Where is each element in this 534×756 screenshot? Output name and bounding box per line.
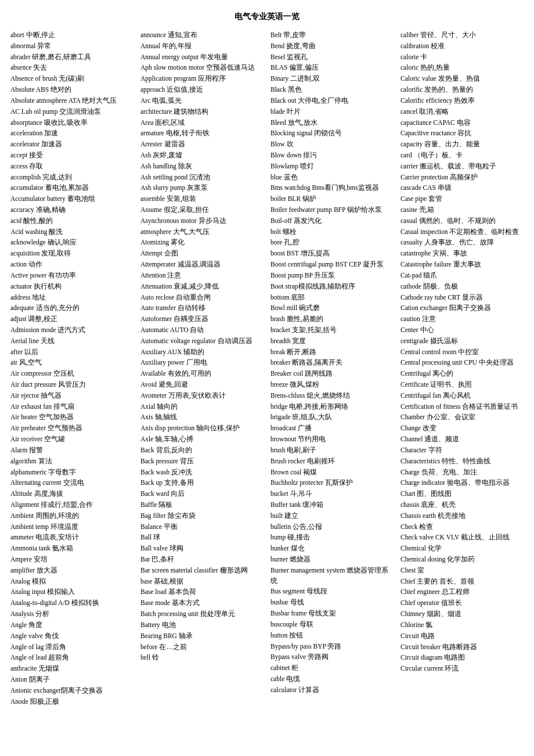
list-item: Active power 有功功率 <box>10 271 134 281</box>
list-item: Bar screen material classifier 栅形选网 <box>140 566 264 576</box>
list-item: Chemical 化学 <box>400 543 524 554</box>
list-item: Available 有效的,可用的 <box>140 369 264 379</box>
list-item: Character 字符 <box>400 445 524 456</box>
list-item: Breaker coil 跳闸线路 <box>270 369 394 379</box>
list-item: Charge indicator 验电器、带电指示器 <box>400 478 524 488</box>
list-item: bolt 螺栓 <box>270 227 394 237</box>
list-item: Chlorine 氯 <box>400 620 524 631</box>
list-item: casine 壳,箱 <box>400 205 524 215</box>
list-item: Assume 假定,采取,担任 <box>140 205 264 215</box>
list-item: Bus segment 母线段 <box>270 586 394 597</box>
list-item: Brens-chluss 熄火,燃烧终结 <box>270 391 394 401</box>
list-item: breeze 微风,煤粉 <box>270 380 394 390</box>
list-item: ammeter 电流表,安培计 <box>10 532 134 543</box>
list-item: absorptance 吸收比,吸收率 <box>10 118 134 128</box>
list-item: Angle 角度 <box>10 620 134 631</box>
list-item: Central control room 中控室 <box>400 347 524 358</box>
list-item: Battery 电池 <box>140 620 264 631</box>
list-item: Ampere 安培 <box>10 555 134 565</box>
list-item: bell 铃 <box>140 653 264 663</box>
list-item: buscouple 母联 <box>270 620 394 630</box>
list-item: Axis disp protection 轴向位移,保护 <box>140 423 264 434</box>
list-item: cabinet 柜 <box>270 663 394 674</box>
list-item: busbar 母线 <box>270 597 394 608</box>
list-item: Angle of lag 滞后角 <box>10 642 134 653</box>
list-item: Circuit breaker 电路断路器 <box>400 642 524 653</box>
list-item: Certificate 证明书、执照 <box>400 380 524 390</box>
list-item: Bowl mill 碗式磨 <box>270 303 394 314</box>
list-item: breaker 断路器,隔离开关 <box>270 358 394 368</box>
list-item: Annual 年的,年报 <box>140 41 264 52</box>
list-item: Cation exchanger 阳离子交换器 <box>400 303 524 314</box>
list-item: Alarm 报警 <box>10 445 134 456</box>
list-item: Characteristics 特性、特性曲线 <box>400 456 524 467</box>
list-item: Accumulator battery 蓄电池组 <box>10 194 134 204</box>
list-item: brash 脆性,易脆的 <box>270 314 394 325</box>
list-item: Anode 阳极,正极 <box>10 697 134 707</box>
list-item: Center 中心 <box>400 325 524 336</box>
list-item: Axis 轴,轴线 <box>140 412 264 423</box>
list-item: Aerial line 天线 <box>10 336 134 347</box>
list-item: Besel 监视孔 <box>270 52 394 63</box>
list-item: casual 偶然的、临时、不规则的 <box>400 216 524 226</box>
list-item: accelerator 加速器 <box>10 139 134 150</box>
list-item: Base load 基本负荷 <box>140 587 264 597</box>
list-item: blue 蓝色 <box>270 172 394 183</box>
list-item: Automatic voltage regulator 自动调压器 <box>140 336 264 347</box>
list-item: Certification of fitness 合格证书质量证书 <box>400 402 524 412</box>
list-item: Bar 巴,条杆 <box>140 555 264 565</box>
list-item: Anion 阴离子 <box>10 675 134 685</box>
list-item: Boost centrifugal pump BST CEP 凝升泵 <box>270 260 394 270</box>
list-item: air 风,空气 <box>10 358 134 368</box>
list-item: capacitance CAPAC 电容 <box>400 118 524 128</box>
list-item: Arc 电弧,弧光 <box>140 96 264 106</box>
list-item: Calorific efficiency 热效率 <box>400 96 524 106</box>
page-title: 电气专业英语一览 <box>10 12 524 22</box>
list-item: Change 改变 <box>400 423 524 434</box>
list-item: bump 碰,撞击 <box>270 532 394 543</box>
list-item: Carrier protection 高频保护 <box>400 172 524 183</box>
list-item: Casual inspection 不定期检查、临时检查 <box>400 227 524 237</box>
list-item: before 在…之前 <box>140 642 264 653</box>
list-item: Attempt 企图 <box>140 249 264 259</box>
list-item: Absolute ABS 绝对的 <box>10 85 134 95</box>
list-item: Check 检查 <box>400 522 524 532</box>
list-item: calibration 校准 <box>400 41 524 52</box>
list-item: caliber 管径、尺寸、大小 <box>400 30 524 41</box>
list-item: anthracite 无烟煤 <box>10 664 134 674</box>
list-item: Central processing unit CPU 中央处理器 <box>400 358 524 368</box>
list-item: carrier 搬运机、载波、带电粒子 <box>400 161 524 172</box>
list-item: bucket 斗,吊斗 <box>270 489 394 499</box>
list-item: Auto reclose 自动重合闸 <box>140 293 264 303</box>
list-item: Back 背后,反向的 <box>140 445 264 456</box>
list-item: Alignment 排成行,结盟,合作 <box>10 500 134 510</box>
list-item: centigrade 摄氏温标 <box>400 336 524 347</box>
list-item: Bag filter 除尘布袋 <box>140 511 264 521</box>
list-item: Cathode ray tube CRT 显示器 <box>400 293 524 303</box>
list-item: Capacitive reactance 容抗 <box>400 128 524 139</box>
list-item: Ball 球 <box>140 532 264 543</box>
list-item: calorific 发热的、热量的 <box>400 85 524 95</box>
list-item: architecture 建筑物结构 <box>140 107 264 117</box>
list-item: Circular current 环流 <box>400 664 524 674</box>
list-item: acknowledge 确认,响应 <box>10 237 134 248</box>
list-item: Automatic AUTO 自动 <box>140 325 264 336</box>
list-item: Chassis earth 机壳接地 <box>400 511 524 521</box>
list-item: burner 燃烧器 <box>270 555 394 565</box>
content-columns: abort 中断,停止abnormal 异常abrader 研磨,磨石,研磨工具… <box>10 30 524 707</box>
list-item: brush 电刷,刷子 <box>270 445 394 456</box>
list-item: Chief operator 值班长 <box>400 598 524 609</box>
list-item: Axle 轴,车轴,心搏 <box>140 434 264 445</box>
list-item: Air duct pressure 风管压力 <box>10 380 134 390</box>
list-item: Charge 负荷、充电、加注 <box>400 467 524 478</box>
list-item: boost BST 增压,提高 <box>270 249 394 259</box>
list-item: Autoformer 自耦变压器 <box>140 314 264 325</box>
list-item: Blocking signal 闭锁信号 <box>270 128 394 139</box>
list-item: Channel 通道、频道 <box>400 434 524 445</box>
list-item: armature 电枢,转子衔铁 <box>140 128 264 139</box>
list-item: Catastrophe failure 重大事故 <box>400 260 524 270</box>
list-item: Buchholtz protecter 瓦斯保护 <box>270 478 394 488</box>
list-item: Analog-to-digital A/D 模拟转换 <box>10 598 134 609</box>
list-item: Air compressor 空压机 <box>10 369 134 379</box>
list-item: Boiler feedwater pump BFP 锅炉给水泵 <box>270 205 394 215</box>
